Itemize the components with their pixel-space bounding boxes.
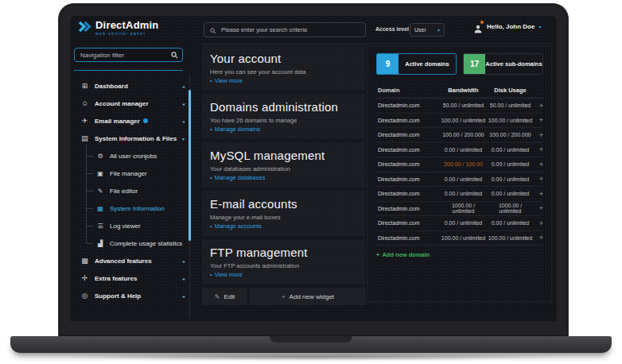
cell-bandwidth: 100.00 / 200.000 [440,132,487,137]
sidebar-subitem[interactable]: ☰ Log viewer [70,217,188,234]
widget-description: Manage your e-mail boxes [210,214,358,221]
sidebar-subitem[interactable]: ▣ File manager [70,165,188,182]
widget-link-label: View more [215,271,243,278]
sidebar-item[interactable]: ✈ Email manager ◂ [70,112,188,130]
stat-button[interactable]: 9 Active domains [376,53,457,75]
global-search[interactable] [204,22,366,37]
expand-row-button[interactable]: + [534,102,543,110]
expand-row-button[interactable]: + [534,175,543,183]
widget-link-label: View more [215,77,243,84]
sidebar-scrollbar-thumb[interactable] [189,90,191,241]
search-icon [171,48,178,62]
edit-widgets-button[interactable]: ✎ Edit [202,288,247,305]
laptop-base [10,336,612,353]
sidebar-item[interactable]: ◎ Support & Help ◂ [70,287,188,304]
add-widget-button[interactable]: + Add new widget [250,288,366,305]
chevron-icon: ▾ [182,136,185,141]
stat-button[interactable]: 17 Active sub-domains [463,53,543,75]
sidebar-item[interactable]: ▩ Advanced features ◂ [70,252,188,269]
sidebar-subitem[interactable]: ▦ System Information [70,199,188,217]
logo-subtitle: web control panel [95,31,159,36]
navigation-filter-input[interactable] [80,52,168,59]
widget-link[interactable]: • View more [210,77,243,84]
menu-item-icon: ▦ [95,205,105,212]
menu-item-label: Email manager [95,118,140,125]
table-row[interactable]: Directadmin.com 100.00 / 200.000 100.00 … [376,128,543,143]
menu-item-label: System Information & Files [95,135,177,142]
widget-link[interactable]: • Manage accounts [210,223,262,230]
add-domain-link[interactable]: + Add new domain [376,251,543,258]
plus-icon: + [376,251,379,258]
chevron-icon: ◂ [182,258,185,264]
cell-domain: Directadmin.com [376,147,440,153]
sidebar-subitem[interactable]: ✎ File editor [70,182,188,199]
table-row[interactable]: Directadmin.com 0.00 / unlimited 0.00 / … [376,187,543,202]
widget-link[interactable]: • Manage databases [210,174,265,181]
cell-bandwidth: 100.00 / unlimited [440,235,487,241]
access-level-dropdown[interactable]: User ▾ [410,23,445,37]
cell-domain: Directadmin.com [376,161,440,167]
sidebar-menu: ⊞ Dashboard ◂ ☺ Account manager ◂ [70,77,188,304]
expand-row-button[interactable]: + [534,204,543,212]
dashboard-widgets: Your account Here you can see your accou… [202,45,366,305]
widget-description: Here you can see your account data [210,68,358,76]
menu-item-icon: ☺ [80,99,90,107]
search-icon [210,23,216,37]
table-row[interactable]: Directadmin.com 100.00 / unlimited 100.0… [376,231,543,246]
table-row[interactable]: Directadmin.com 0.00 / unlimited 0.00 / … [376,172,543,188]
cell-disk-usage: 50.00 / unlimited [487,103,534,108]
table-row[interactable]: Directadmin.com 100.00 / unlimited 100.0… [376,114,543,129]
sidebar-item[interactable]: ▤ System Information & Files ▾ [70,130,188,147]
add-domain-label: Add new domain [382,251,430,258]
domains-panel: 9 Active domains 17 Active sub-domains D… [367,46,552,302]
widget-description: Your FTP accounts administration [210,262,358,269]
expand-row-button[interactable]: + [534,116,543,124]
table-row[interactable]: Directadmin.com 0.00 / unlimited 0.00 / … [376,143,543,158]
expand-row-button[interactable]: + [534,190,543,198]
navigation-filter[interactable] [74,48,183,62]
menu-item-label: Dashboard [95,83,128,90]
sidebar-subitem[interactable]: ⚙ All user cronjobs [70,147,188,165]
widget-link[interactable]: • Manage domains [210,126,260,133]
expand-row-button[interactable]: + [534,145,543,153]
sidebar-item[interactable]: ⊞ Dashboard ◂ [70,77,188,95]
table-row[interactable]: Directadmin.com 0.00 / unlimited 0.00 / … [376,216,543,231]
table-row[interactable]: Directadmin.com 50.00 / unlimited 50.00 … [376,99,543,114]
sidebar-subitem[interactable]: ▟ Complete usage statistics [70,234,188,252]
cell-domain: Directadmin.com [376,103,440,108]
widget-title: Your account [210,52,358,65]
chevron-icon: ◂ [182,101,185,106]
menu-item-label: Extra features [95,275,137,282]
expand-row-button[interactable]: + [534,219,543,227]
expand-row-button[interactable]: + [534,161,543,168]
widget-link[interactable]: • View more [210,271,243,278]
sidebar-item[interactable]: ✛ Extra features ◂ [70,269,188,287]
search-input[interactable] [221,26,360,33]
table-row[interactable]: Directadmin.com 1000.00 / unlimited 1000… [376,202,543,217]
menu-item-icon: ☰ [95,223,105,230]
domains-table: Domain Bandwidth Disk Usage Directadmin.… [376,83,543,258]
sidebar-sub-items: ⚙ All user cronjobs ▣ File manager ✎ Fil… [70,147,188,252]
directadmin-app: DirectAdmin web control panel Access lev… [70,16,557,321]
directadmin-logo[interactable]: DirectAdmin web control panel [78,21,159,36]
cell-disk-usage: 0.00 / unlimited [487,161,534,167]
stat-count-badge: 17 [464,54,485,74]
stat-count-badge: 9 [377,54,398,74]
menu-item-label: File manager [110,170,147,177]
laptop-mockup: DirectAdmin web control panel Access lev… [0,0,622,364]
menu-item-icon: ⊞ [80,82,90,90]
sidebar-item[interactable]: ☺ Account manager ◂ [70,95,188,112]
access-level-label: Access level [375,26,409,32]
cell-domain: Directadmin.com [376,118,440,123]
bullet-icon: • [210,271,212,278]
user-menu[interactable]: Hello, John Doe ▾ [474,22,541,31]
widget-link-label: Manage databases [215,174,266,181]
cell-domain: Directadmin.com [376,191,440,196]
cell-bandwidth: 50.00 / unlimited [440,103,487,108]
pencil-icon: ✎ [215,293,220,300]
expand-row-button[interactable]: + [534,131,543,139]
sidebar-bottom-items: ▩ Advanced features ◂ ✛ Extra features ◂… [70,252,188,304]
expand-row-button[interactable]: + [534,234,543,242]
table-row[interactable]: Directadmin.com 200.00 / 100.00 0.00 / u… [376,157,543,172]
menu-item-label: Support & Help [95,292,141,300]
